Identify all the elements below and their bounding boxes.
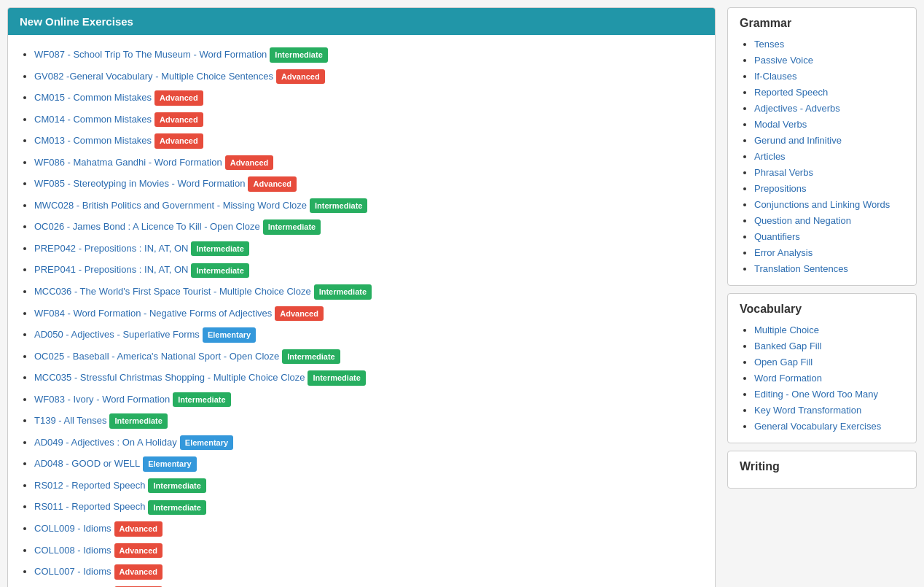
list-item: PREP042 - Prepositions : IN, AT, ONInter… [34,238,703,260]
level-badge: Intermediate [314,284,372,300]
sidebar-link[interactable]: Modal Verbs [754,119,807,130]
sidebar-link[interactable]: Gerund and Infinitive [754,135,842,146]
level-badge: Advanced [276,69,325,85]
list-item: MCC035 - Stressful Christmas Shopping - … [34,367,703,389]
main-header-title: New Online Exercises [20,15,133,28]
level-badge: Advanced [154,90,203,106]
exercise-link[interactable]: RS011 - Reported Speech [34,501,145,512]
sidebar-link[interactable]: Quantifiers [754,231,800,242]
sidebar-item: Gerund and Infinitive [754,132,904,148]
level-badge: Advanced [154,133,203,149]
list-item: AD050 - Adjectives - Superlative FormsEl… [34,324,703,346]
sidebar-item: Prepositions [754,180,904,196]
exercise-link[interactable]: GV082 -General Vocabulary - Multiple Cho… [34,71,273,82]
writing-section: Writing [727,451,917,489]
exercise-link[interactable]: WF084 - Word Formation - Negative Forms … [34,308,272,319]
sidebar-link[interactable]: Passive Voice [754,55,813,66]
list-item: CM013 - Common MistakesAdvanced [34,130,703,152]
sidebar-item: Tenses [754,36,904,52]
exercise-link[interactable]: MCC036 - The World's First Space Tourist… [34,286,311,297]
level-badge: Advanced [275,306,324,322]
level-badge: Intermediate [282,349,340,365]
sidebar-item: Error Analysis [754,244,904,260]
exercise-link[interactable]: MCC035 - Stressful Christmas Shopping - … [34,372,305,383]
list-item: COLL006 - IdiomsAdvanced [34,583,703,587]
level-badge: Advanced [114,521,163,537]
exercise-link[interactable]: WF083 - Ivory - Word Formation [34,394,170,405]
sidebar-link[interactable]: General Vocabulary Exercises [754,421,881,432]
list-item: COLL007 - IdiomsAdvanced [34,561,703,583]
exercise-link[interactable]: CM013 - Common Mistakes [34,135,152,146]
exercise-link[interactable]: PREP042 - Prepositions : IN, AT, ON [34,243,188,254]
grammar-title: Grammar [740,17,904,30]
sidebar-link[interactable]: Prepositions [754,183,807,194]
sidebar-link[interactable]: Conjunctions and Linking Words [754,199,890,210]
sidebar-link[interactable]: Multiple Choice [754,324,819,335]
writing-title: Writing [740,460,904,473]
exercise-link[interactable]: COLL007 - Idioms [34,566,111,577]
sidebar-link[interactable]: Phrasal Verbs [754,167,813,178]
level-badge: Intermediate [263,219,321,235]
exercise-link[interactable]: COLL008 - Idioms [34,545,111,556]
sidebar-item: If-Clauses [754,68,904,84]
exercise-link[interactable]: CM014 - Common Mistakes [34,114,152,125]
sidebar-item: Phrasal Verbs [754,164,904,180]
sidebar-link[interactable]: Reported Speech [754,87,828,98]
exercise-link[interactable]: WF086 - Mahatma Gandhi - Word Formation [34,157,222,168]
sidebar-link[interactable]: Translation Sentences [754,263,848,274]
main-header: New Online Exercises [8,8,715,35]
sidebar-item: Conjunctions and Linking Words [754,196,904,212]
sidebar-item: General Vocabulary Exercises [754,418,904,434]
list-item: OC025 - Baseball - America's National Sp… [34,346,703,368]
grammar-list: TensesPassive VoiceIf-ClausesReported Sp… [740,36,904,276]
sidebar-item: Open Gap Fill [754,354,904,370]
sidebar-item: Articles [754,148,904,164]
sidebar-link[interactable]: Adjectives - Adverbs [754,103,840,114]
sidebar-link[interactable]: Key Word Transformation [754,405,861,416]
level-badge: Advanced [114,543,163,559]
level-badge: Intermediate [270,47,327,63]
exercise-link[interactable]: RS012 - Reported Speech [34,480,145,491]
exercise-link[interactable]: OC026 - James Bond : A Licence To Kill -… [34,221,260,232]
level-badge: Advanced [154,112,203,128]
exercise-link[interactable]: PREP041 - Prepositions : IN, AT, ON [34,264,188,275]
sidebar-link[interactable]: Open Gap Fill [754,357,813,368]
exercise-link[interactable]: AD048 - GOOD or WELL [34,458,140,469]
exercise-link[interactable]: AD049 - Adjectives : On A Holiday [34,437,177,448]
exercise-link[interactable]: WF087 - School Trip To The Museum - Word… [34,49,267,60]
sidebar-item: Translation Sentences [754,260,904,276]
vocabulary-title: Vocabulary [740,303,904,316]
sidebar-link[interactable]: Question and Negation [754,215,851,226]
sidebar: Grammar TensesPassive VoiceIf-ClausesRep… [727,7,917,587]
list-item: AD049 - Adjectives : On A HolidayElement… [34,432,703,454]
sidebar-link[interactable]: Tenses [754,39,784,50]
exercise-link[interactable]: AD050 - Adjectives - Superlative Forms [34,329,200,340]
sidebar-link[interactable]: If-Clauses [754,71,797,82]
page-wrapper: New Online Exercises WF087 - School Trip… [0,0,924,587]
sidebar-link[interactable]: Articles [754,151,786,162]
sidebar-item: Question and Negation [754,212,904,228]
level-badge: Elementary [203,327,256,343]
exercise-link[interactable]: T139 - All Tenses [34,415,106,426]
sidebar-link[interactable]: Word Formation [754,373,822,384]
level-badge: Intermediate [191,263,248,279]
list-item: PREP041 - Prepositions : IN, AT, ONInter… [34,259,703,281]
sidebar-link[interactable]: Banked Gap Fill [754,341,822,351]
sidebar-item: Reported Speech [754,84,904,100]
exercise-link[interactable]: COLL009 - Idioms [34,523,111,534]
list-item: MWC028 - British Politics and Government… [34,195,703,217]
list-item: OC026 - James Bond : A Licence To Kill -… [34,216,703,238]
exercise-link[interactable]: MWC028 - British Politics and Government… [34,200,307,211]
vocabulary-list: Multiple ChoiceBanked Gap FillOpen Gap F… [740,322,904,434]
sidebar-link[interactable]: Error Analysis [754,247,813,258]
sidebar-item: Banked Gap Fill [754,338,904,354]
main-panel: New Online Exercises WF087 - School Trip… [7,7,716,587]
exercise-link[interactable]: CM015 - Common Mistakes [34,92,152,103]
exercise-link[interactable]: OC025 - Baseball - America's National Sp… [34,351,279,362]
sidebar-link[interactable]: Editing - One Word Too Many [754,389,878,400]
level-badge: Intermediate [173,392,230,408]
exercise-link[interactable]: WF085 - Stereotyping in Movies - Word Fo… [34,178,245,189]
sidebar-item: Modal Verbs [754,116,904,132]
list-item: T139 - All TensesIntermediate [34,410,703,432]
level-badge: Advanced [114,564,163,580]
